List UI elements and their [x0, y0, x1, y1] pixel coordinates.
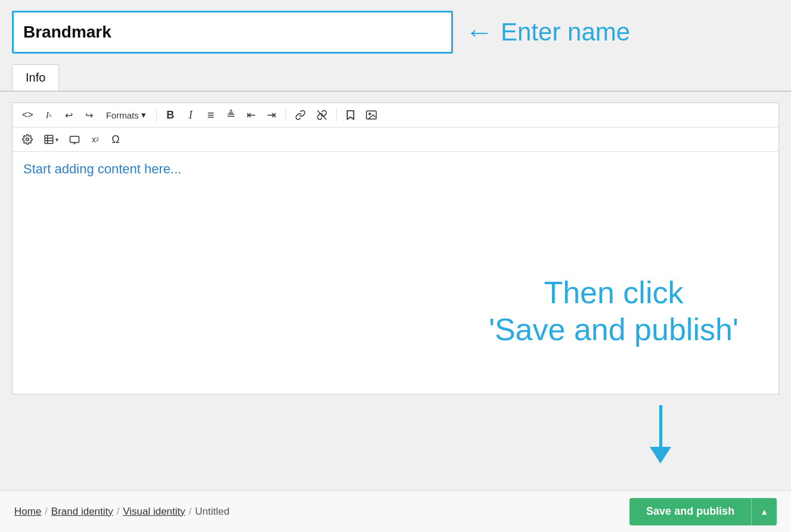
divider-1	[156, 108, 157, 122]
arrow-down-annotation	[650, 405, 671, 463]
formats-arrow: ▾	[141, 110, 146, 120]
save-publish-button[interactable]: Save and publish	[629, 498, 751, 525]
breadcrumb-visual-identity[interactable]: Visual identity	[123, 506, 185, 518]
save-publish-dropdown-btn[interactable]: ▲	[751, 498, 777, 525]
breadcrumb: Home / Brand identity / Visual identity …	[14, 506, 229, 518]
undo-btn[interactable]: ↩	[61, 107, 77, 123]
breadcrumb-sep-2: /	[117, 506, 119, 517]
toolbar-row2: ▾ x2 Ω	[13, 127, 778, 152]
bookmark-btn[interactable]	[342, 107, 359, 123]
divider-3	[336, 108, 337, 122]
media-btn[interactable]	[66, 131, 83, 148]
clear-format-btn[interactable]: Ix	[41, 107, 57, 123]
editor-placeholder: Start adding content here...	[23, 161, 181, 176]
editor-content[interactable]: Start adding content here...	[13, 152, 778, 384]
svg-rect-1	[366, 111, 376, 119]
unlink-btn[interactable]	[313, 107, 331, 123]
breadcrumb-brand-identity[interactable]: Brand identity	[51, 506, 113, 518]
unordered-list-btn[interactable]: ≡	[203, 107, 219, 123]
tabs-area: Info	[0, 58, 791, 92]
editor-container: <> Ix ↩ ↪ Formats ▾ B I ≡ ≜ ⇤ ⇥	[12, 102, 779, 394]
arrow-down-line	[659, 405, 662, 447]
omega-btn[interactable]: Ω	[107, 131, 124, 148]
superscript-btn[interactable]: x2	[87, 131, 104, 148]
indent-btn[interactable]: ⇥	[263, 107, 280, 123]
tab-info[interactable]: Info	[12, 64, 59, 91]
enter-name-label: Enter name	[501, 18, 630, 46]
formats-label: Formats	[106, 110, 139, 120]
redo-btn[interactable]: ↪	[81, 107, 98, 123]
link-btn[interactable]	[291, 107, 309, 123]
svg-point-3	[26, 138, 29, 141]
breadcrumb-current: Untitled	[195, 506, 229, 518]
table-btn[interactable]: ▾	[40, 131, 62, 148]
svg-rect-4	[45, 135, 53, 144]
code-btn[interactable]: <>	[18, 107, 37, 123]
arrow-down-head	[650, 447, 671, 463]
top-area: ← Enter name	[0, 0, 791, 54]
image-btn[interactable]	[362, 107, 380, 123]
settings-btn[interactable]	[18, 131, 36, 148]
save-publish-group: Save and publish ▲	[629, 498, 777, 525]
bottom-bar: Home / Brand identity / Visual identity …	[0, 490, 791, 532]
breadcrumb-home[interactable]: Home	[14, 506, 41, 518]
italic-btn[interactable]: I	[182, 107, 199, 123]
svg-point-2	[369, 113, 371, 115]
toolbar-row1: <> Ix ↩ ↪ Formats ▾ B I ≡ ≜ ⇤ ⇥	[13, 103, 778, 127]
bold-btn[interactable]: B	[162, 107, 179, 123]
enter-name-hint: ← Enter name	[465, 18, 630, 46]
outdent-btn[interactable]: ⇤	[243, 107, 260, 123]
breadcrumb-sep-1: /	[45, 506, 47, 517]
arrow-left-icon: ←	[465, 18, 494, 46]
formats-dropdown[interactable]: Formats ▾	[101, 107, 151, 123]
breadcrumb-sep-3: /	[189, 506, 191, 517]
page-name-input[interactable]	[12, 11, 453, 54]
ordered-list-btn[interactable]: ≜	[223, 107, 240, 123]
divider-2	[286, 108, 286, 122]
svg-rect-8	[70, 136, 79, 143]
